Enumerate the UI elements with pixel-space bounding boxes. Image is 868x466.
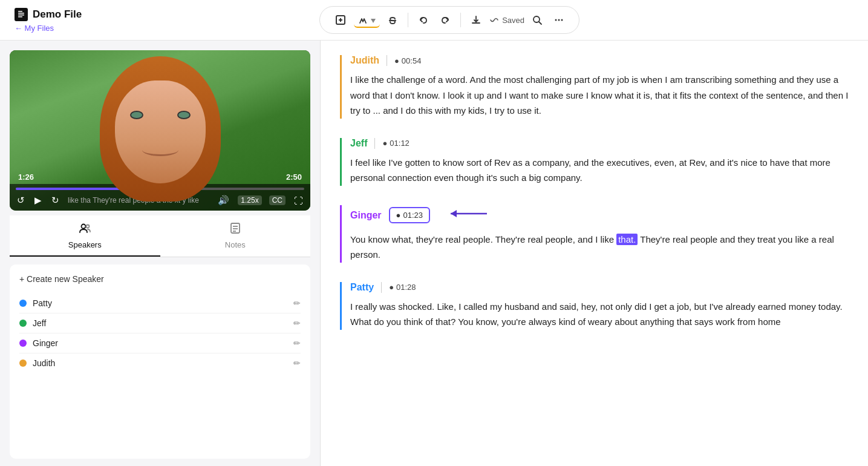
play-icon: ● [396, 211, 401, 220]
list-item: Patty ✏ [19, 294, 301, 313]
svg-rect-3 [18, 16, 22, 18]
volume-button[interactable]: 🔊 [217, 194, 230, 207]
edit-patty-button[interactable]: ✏ [293, 298, 301, 308]
saved-status: Saved [489, 15, 524, 25]
header: Demo File ← My Files Saved [0, 0, 868, 41]
speaker-name-jeff: Jeff [33, 318, 287, 328]
edit-judith-button[interactable]: ✏ [293, 358, 301, 368]
speaker-label-ginger: Ginger [350, 210, 382, 221]
tabs: Speakers Notes [10, 215, 310, 257]
speaker-dot-patty [19, 300, 27, 307]
speaker-dot-judith [19, 359, 27, 367]
segment-text-jeff: I feel like I've gotten to know sort of … [350, 155, 849, 186]
segment-header-judith: Judith ● 00:54 [350, 55, 849, 66]
list-item: Judith ✏ [19, 353, 301, 373]
svg-point-14 [82, 225, 86, 229]
create-speaker-button[interactable]: + Create new Speaker [19, 274, 301, 284]
left-panel: 1:26 2:50 ↺ ▶ ↻ like tha They're real pe… [0, 41, 321, 466]
segment-header-jeff: Jeff ● 01:12 [350, 138, 849, 149]
tab-speakers[interactable]: Speakers [10, 215, 160, 257]
speaker-dot-ginger [19, 340, 27, 347]
svg-point-15 [86, 225, 90, 228]
toolbar: Saved [319, 6, 579, 34]
speaker-dot-jeff [19, 320, 27, 327]
video-player[interactable]: 1:26 2:50 ↺ ▶ ↻ like tha They're real pe… [10, 50, 310, 211]
speaker-list: + Create new Speaker Patty ✏ Jeff ✏ Ging… [10, 264, 310, 459]
tab-notes-label: Notes [225, 240, 246, 249]
speaker-label-judith: Judith [350, 55, 379, 66]
timestamp-ginger-box[interactable]: ● 01:23 [389, 207, 430, 223]
segment-text-ginger: You know what, they're real people. They… [350, 232, 849, 263]
undo-button[interactable] [414, 12, 432, 28]
svg-rect-0 [18, 11, 22, 12]
more-button[interactable] [550, 12, 568, 28]
download-button[interactable] [467, 12, 485, 28]
speaker-name-ginger: Ginger [33, 338, 287, 348]
segment-text-judith: I like the challenge of a word. And the … [350, 72, 849, 119]
speaker-label-jeff: Jeff [350, 138, 367, 149]
svg-point-13 [561, 19, 563, 21]
list-item: Ginger ✏ [19, 333, 301, 353]
svg-line-10 [539, 22, 541, 24]
back-link[interactable]: ← My Files [15, 24, 82, 33]
file-title-text: Demo File [33, 8, 82, 21]
timestamp-jeff[interactable]: ● 01:12 [382, 139, 409, 148]
play-icon: ● [389, 283, 394, 292]
toolbar-divider-1 [408, 13, 408, 27]
highlight-button[interactable] [354, 13, 380, 28]
header-left: Demo File ← My Files [15, 8, 82, 33]
tab-speakers-label: Speakers [68, 240, 102, 249]
arrow-indicator [445, 205, 493, 226]
highlighted-word: that. [616, 234, 638, 245]
tab-notes[interactable]: Notes [160, 215, 311, 257]
transcript-panel: Judith ● 00:54 I like the challenge of a… [321, 41, 868, 466]
header-divider [387, 55, 387, 66]
list-item: Jeff ✏ [19, 313, 301, 333]
fullscreen-button[interactable]: ⛶ [293, 194, 304, 207]
search-button[interactable] [528, 12, 546, 28]
notes-icon [229, 222, 242, 238]
edit-ginger-button[interactable]: ✏ [293, 338, 301, 348]
svg-point-12 [558, 19, 560, 21]
toolbar-divider-2 [460, 13, 461, 27]
transcript-segment-jeff: Jeff ● 01:12 I feel like I've gotten to … [340, 138, 849, 186]
transcript-segment-ginger: Ginger ● 01:23 You know what, they're re… [340, 205, 849, 263]
svg-point-11 [555, 19, 557, 21]
loop-button[interactable]: ↻ [50, 194, 60, 207]
video-time-total: 2:50 [286, 172, 302, 182]
video-time-current: 1:26 [18, 172, 34, 182]
speaker-label-patty: Patty [350, 282, 374, 293]
speaker-name-patty: Patty [33, 298, 287, 308]
header-divider [381, 282, 382, 293]
restart-button[interactable]: ↺ [16, 194, 26, 207]
speakers-icon [78, 222, 91, 238]
cc-badge[interactable]: CC [269, 195, 286, 205]
main-content: 1:26 2:50 ↺ ▶ ↻ like tha They're real pe… [0, 41, 868, 466]
timestamp-patty[interactable]: ● 01:28 [389, 283, 416, 292]
play-icon: ● [382, 139, 387, 148]
add-button[interactable] [331, 11, 350, 28]
redo-button[interactable] [436, 12, 454, 28]
speaker-name-judith: Judith [33, 358, 287, 368]
svg-rect-1 [18, 13, 24, 14]
svg-marker-21 [451, 210, 457, 217]
file-icon [15, 8, 28, 21]
svg-rect-2 [18, 15, 24, 16]
segment-header-patty: Patty ● 01:28 [350, 282, 849, 293]
svg-marker-7 [371, 19, 376, 23]
file-title: Demo File [15, 8, 82, 21]
edit-jeff-button[interactable]: ✏ [293, 318, 301, 328]
timestamp-judith[interactable]: ● 00:54 [394, 56, 421, 65]
transcript-segment-judith: Judith ● 00:54 I like the challenge of a… [340, 55, 849, 119]
transcript-segment-patty: Patty ● 01:28 I really was shocked. Like… [340, 282, 849, 330]
strikethrough-button[interactable] [383, 12, 402, 28]
play-button[interactable]: ▶ [33, 194, 43, 207]
header-divider [374, 138, 375, 149]
segment-text-patty: I really was shocked. Like, I called my … [350, 299, 849, 330]
segment-header-ginger: Ginger ● 01:23 [350, 205, 849, 226]
speed-badge[interactable]: 1.25x [238, 195, 261, 205]
play-icon: ● [394, 56, 399, 65]
